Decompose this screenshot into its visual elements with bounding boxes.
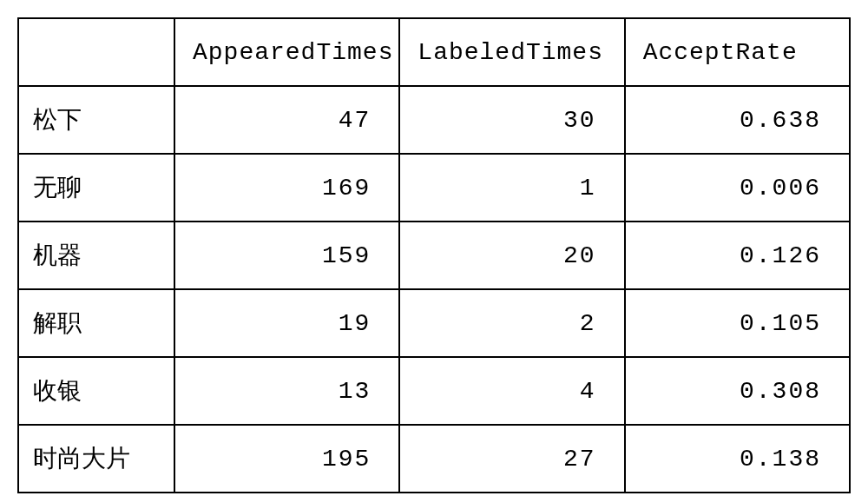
- row-appeared: 19: [174, 289, 399, 357]
- row-name: 时尚大片: [18, 425, 174, 493]
- row-labeled: 4: [399, 357, 624, 425]
- row-name: 松下: [18, 86, 174, 154]
- table-row: 时尚大片 195 27 0.138: [18, 425, 850, 493]
- row-labeled: 1: [399, 154, 624, 222]
- table-header-row: AppearedTimes LabeledTimes AcceptRate: [18, 18, 850, 86]
- row-name: 无聊: [18, 154, 174, 222]
- table-row: 无聊 169 1 0.006: [18, 154, 850, 222]
- row-labeled: 30: [399, 86, 624, 154]
- header-appeared: AppearedTimes: [174, 18, 399, 86]
- row-labeled: 20: [399, 222, 624, 289]
- row-appeared: 159: [174, 222, 399, 289]
- table-row: 收银 13 4 0.308: [18, 357, 850, 425]
- row-name: 解职: [18, 289, 174, 357]
- row-rate: 0.138: [625, 425, 850, 493]
- table-row: 松下 47 30 0.638: [18, 86, 850, 154]
- row-rate: 0.126: [625, 222, 850, 289]
- table-row: 机器 159 20 0.126: [18, 222, 850, 289]
- header-empty: [18, 18, 174, 86]
- row-appeared: 195: [174, 425, 399, 493]
- row-labeled: 2: [399, 289, 624, 357]
- row-name: 收银: [18, 357, 174, 425]
- row-labeled: 27: [399, 425, 624, 493]
- row-rate: 0.006: [625, 154, 850, 222]
- row-appeared: 169: [174, 154, 399, 222]
- table-row: 解职 19 2 0.105: [18, 289, 850, 357]
- row-rate: 0.105: [625, 289, 850, 357]
- row-name: 机器: [18, 222, 174, 289]
- row-appeared: 47: [174, 86, 399, 154]
- row-rate: 0.638: [625, 86, 850, 154]
- row-rate: 0.308: [625, 357, 850, 425]
- row-appeared: 13: [174, 357, 399, 425]
- data-table: AppearedTimes LabeledTimes AcceptRate 松下…: [17, 17, 851, 493]
- header-rate: AcceptRate: [625, 18, 850, 86]
- header-labeled: LabeledTimes: [399, 18, 624, 86]
